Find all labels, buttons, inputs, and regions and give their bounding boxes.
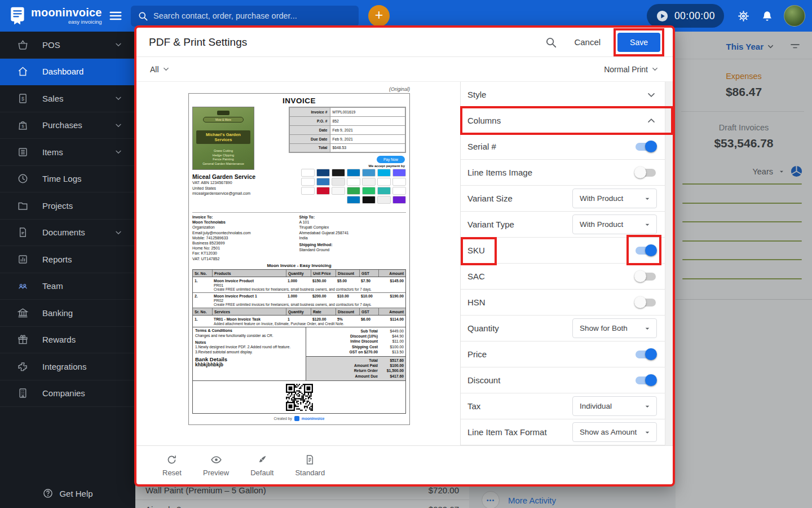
setting-label: Quantity [467,323,572,333]
shopping-bag-icon: $ [17,119,29,131]
bell-icon[interactable] [761,10,774,23]
clock-icon [17,173,29,185]
payment-method-chip [392,187,406,195]
sidebar-item-items[interactable]: Items [0,139,135,166]
sidebar-item-label: Items [42,147,100,157]
print-mode-dropdown[interactable]: Normal Print [604,65,659,74]
price-toggle[interactable] [636,351,656,358]
payment-method-chip [301,187,315,195]
preview-button[interactable]: Preview [203,454,229,477]
hamburger-menu-icon[interactable] [108,8,123,23]
default-button[interactable]: Default [250,454,273,477]
chevron-down-icon [114,40,123,49]
invoice-meta-row: Due DateFeb 9, 2021 [289,134,405,143]
line-items-image-toggle[interactable] [636,169,656,177]
invoice-meta-row: DateFeb 9, 2021 [289,125,405,134]
sidebar-item-pos[interactable]: POS [0,32,135,59]
avatar[interactable] [784,5,805,27]
sidebar-item-sales[interactable]: $Sales [0,85,135,112]
standard-doc-icon [304,454,316,466]
help-icon [42,488,54,499]
serial-toggle[interactable] [636,143,656,151]
ship-to-block: Ship To:A 101Tirupati ComplexAhmedabad G… [299,214,407,262]
sidebar-item-banking[interactable]: Banking [0,300,135,327]
variant-size-select[interactable]: With Product [572,189,657,208]
folder-icon [17,200,29,212]
pay-now-button[interactable]: Pay Now [377,156,405,163]
brand-logo[interactable]: mooninvoice easy invoicing [0,6,108,25]
sku-toggle[interactable] [636,247,656,255]
sidebar-item-documents[interactable]: Documents [0,220,135,247]
setting-row-price: Price [461,341,665,367]
eye-icon [210,454,222,466]
created-by-line: Created by mooninvoice [192,414,406,423]
payment-method-chip [347,178,360,186]
sidebar-item-dashboard[interactable]: Dashboard [0,59,135,86]
payment-methods-grid [289,169,406,204]
reset-button[interactable]: Reset [162,454,182,477]
modal-footer-toolbar: ResetPreviewDefaultStandard [136,445,673,484]
sidebar-item-team[interactable]: Team [0,273,135,300]
variant-type-select[interactable]: With Product [572,214,657,234]
discount-toggle[interactable] [636,376,656,384]
save-button[interactable]: Save [617,33,660,52]
svg-text:$: $ [21,124,24,129]
setting-label: Line Item Tax Format [467,427,572,437]
setting-row-columns[interactable]: Columns [461,108,665,134]
setting-row-hsn: HSN [461,290,665,316]
building-icon [17,387,29,399]
caret-down-icon [643,194,652,203]
tax-select[interactable]: Individual [572,396,657,416]
terms-text: Changes and new functionality consider a… [195,334,303,339]
notes-heading: Notes [195,340,303,345]
setting-row-quantity: QuantityShow for Both [461,316,665,341]
toolbar-label: Standard [295,468,325,477]
mooninvoice-mini-logo-icon [294,416,299,421]
time-tracker[interactable]: 00:00:00 [647,4,724,28]
sidebar-item-purchases[interactable]: $Purchases [0,112,135,139]
sidebar-item-reports[interactable]: Reports [0,246,135,273]
bank-details-value: khbkjbhbkjb [195,362,303,367]
select-value: Show for Both [580,324,643,332]
gear-icon[interactable] [736,9,751,23]
setting-label: Tax [467,401,572,411]
settings-scrollbar[interactable] [665,82,673,445]
caret-down-icon [643,428,652,437]
sidebar-item-projects[interactable]: Projects [0,192,135,220]
hsn-toggle[interactable] [636,299,656,306]
modal-header: PDF & Print Settings Cancel Save [136,28,673,57]
standard-button[interactable]: Standard [295,454,325,477]
sidebar-item-integrations[interactable]: Integrations [0,353,135,380]
search-icon[interactable] [545,36,557,49]
toolbar-label: Preview [203,468,229,477]
setting-label: Variant Type [467,220,572,229]
pdf-print-settings-modal: PDF & Print Settings Cancel Save All Nor… [134,25,675,487]
brand-tagline: easy invoicing [31,19,102,25]
add-new-button[interactable]: + [368,5,390,27]
items-list-icon [17,146,29,158]
invoice-page: INVOICE Mow & More Michael's Garden Serv… [188,93,410,425]
get-help-button[interactable]: Get Help [0,479,135,508]
brand-name: mooninvoice [31,7,102,18]
search-input[interactable] [153,11,352,20]
global-search[interactable] [131,6,359,27]
play-icon[interactable] [656,10,669,23]
document-type-dropdown[interactable]: All [150,65,170,74]
sidebar-item-companies[interactable]: Companies [0,380,135,408]
cancel-button[interactable]: Cancel [574,37,601,47]
invoice-company-email: micealgardenservice@gmail.com [192,191,255,196]
sidebar-item-time-logs[interactable]: Time Logs [0,166,135,193]
sidebar-item-rewards[interactable]: Rewards [0,327,135,354]
invoice-to-block: Invoice To:Moon TechnolabsOrganizationEm… [192,214,299,262]
line-item-tax-format-select[interactable]: Show as Amount [572,422,657,442]
quantity-select[interactable]: Show for Both [572,318,657,338]
sac-toggle[interactable] [636,273,656,281]
totals-lines: Sub Total$449.00Discount (10%)$44.90Inli… [306,327,405,356]
setting-label: Serial # [467,142,636,151]
setting-row-style[interactable]: Style [461,82,665,108]
setting-label: SAC [467,271,636,281]
sidebar-item-label: Team [42,281,123,291]
sidebar: POSDashboard$Sales$PurchasesItemsTime Lo… [0,32,135,508]
chevron-down-icon [646,89,657,100]
settings-panel: StyleColumnsSerial #Line Items ImageVari… [460,82,673,445]
